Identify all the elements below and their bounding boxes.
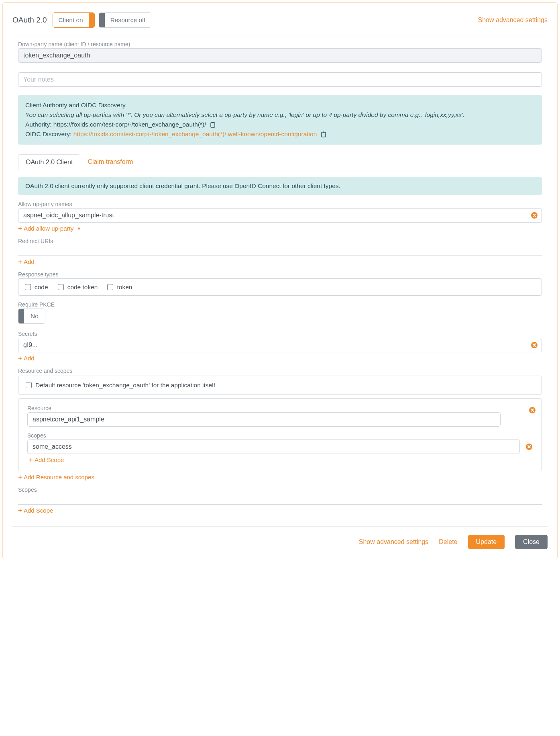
scopes-field-label: Scopes — [27, 432, 533, 439]
toggle-handle-icon — [99, 13, 105, 27]
client-grant-notice: OAuth 2.0 client currently only supporte… — [18, 177, 542, 195]
resource-toggle[interactable]: Resource off — [99, 12, 152, 28]
scopes-section-label: Scopes — [18, 487, 542, 493]
plus-icon: + — [18, 355, 22, 362]
oidc-discovery-link[interactable]: https://foxids.com/test-corp/-/token_exc… — [73, 131, 317, 137]
caret-down-icon: ▼ — [77, 226, 81, 231]
delete-button[interactable]: Delete — [439, 538, 457, 546]
page-title: OAuth 2.0 — [12, 16, 47, 25]
plus-icon: + — [29, 456, 33, 463]
require-pkce-value: No — [24, 309, 45, 323]
add-redirect-uri-button[interactable]: + Add — [18, 258, 35, 265]
remove-scope-icon[interactable] — [525, 443, 533, 450]
plus-icon: + — [18, 258, 22, 265]
require-pkce-toggle[interactable]: No — [18, 309, 45, 324]
remove-secret-icon[interactable] — [531, 341, 538, 349]
authority-heading: Client Authority and OIDC Discovery — [25, 100, 535, 110]
tab-oauth-client[interactable]: OAuth 2.0 Client — [18, 154, 80, 170]
redirect-uri-input[interactable] — [18, 245, 542, 256]
tab-claim-transform[interactable]: Claim transform — [80, 154, 140, 170]
toggle-handle-icon — [18, 309, 24, 323]
redirect-uris-label: Redirect URIs — [18, 238, 542, 244]
down-party-name-input[interactable] — [18, 48, 542, 63]
default-resource-checkbox[interactable]: Default resource 'token_exchange_oauth' … — [24, 381, 215, 389]
resource-scopes-label: Resource and scopes — [18, 368, 542, 374]
add-scope-button[interactable]: + Add Scope — [29, 456, 64, 463]
plus-icon: + — [18, 507, 22, 514]
oauth-settings-panel: OAuth 2.0 Client on Resource off Show ad… — [2, 2, 558, 559]
add-allow-up-party-button[interactable]: + Add allow up-party ▼ — [18, 225, 81, 232]
scope-input[interactable] — [27, 440, 520, 454]
copy-authority-icon[interactable] — [210, 121, 216, 128]
tabs-row: OAuth 2.0 Client Claim transform — [18, 154, 542, 170]
client-toggle[interactable]: Client on — [53, 12, 95, 28]
resource-input[interactable] — [27, 412, 501, 427]
remove-resource-icon[interactable] — [529, 407, 536, 414]
resource-entry-panel: Resource Scopes + Add Scope — [18, 398, 542, 471]
oidc-discovery-label: OIDC Discovery: — [25, 131, 73, 137]
secrets-label: Secrets — [18, 331, 542, 337]
show-advanced-link[interactable]: Show advanced settings — [478, 16, 548, 24]
remove-up-party-icon[interactable] — [531, 212, 538, 219]
response-type-token[interactable]: token — [106, 283, 132, 291]
scopes-line-input[interactable] — [18, 494, 542, 505]
require-pkce-label: Require PKCE — [18, 301, 542, 308]
header-row: OAuth 2.0 Client on Resource off Show ad… — [12, 12, 548, 35]
allow-up-party-label: Allow up-party names — [18, 201, 542, 207]
secret-input[interactable] — [18, 338, 542, 352]
add-scope-global-button[interactable]: + Add Scope — [18, 507, 53, 514]
copy-oidc-icon[interactable] — [320, 131, 327, 138]
authority-desc: You can selecting all up-parties with '*… — [25, 110, 535, 120]
resource-toggle-label: Resource off — [105, 13, 151, 27]
footer-row: Show advanced settings Delete Update Clo… — [12, 526, 548, 549]
footer-advanced-link[interactable]: Show advanced settings — [359, 538, 428, 546]
add-resource-button[interactable]: + Add Resource and scopes — [18, 474, 94, 480]
plus-icon: + — [18, 474, 22, 480]
authority-info-panel: Client Authority and OIDC Discovery You … — [18, 95, 542, 145]
response-type-code[interactable]: code — [23, 283, 48, 291]
authority-label: Authority: — [25, 121, 53, 128]
update-button[interactable]: Update — [468, 535, 505, 549]
add-secret-button[interactable]: + Add — [18, 355, 35, 362]
response-types-label: Response types — [18, 271, 542, 278]
notes-input[interactable] — [18, 72, 542, 87]
toggle-handle-icon — [89, 13, 94, 27]
authority-value: https://foxids.com/test-corp/-/token_exc… — [53, 121, 206, 128]
resource-field-label: Resource — [27, 405, 533, 411]
down-party-name-label: Down-party name (client ID / resource na… — [18, 41, 542, 47]
response-type-code-token[interactable]: code token — [56, 283, 98, 291]
plus-icon: + — [18, 225, 22, 232]
client-toggle-label: Client on — [53, 13, 89, 27]
allow-up-party-input[interactable] — [18, 208, 542, 223]
close-button[interactable]: Close — [515, 535, 548, 549]
response-types-group: code code token token — [18, 278, 542, 296]
